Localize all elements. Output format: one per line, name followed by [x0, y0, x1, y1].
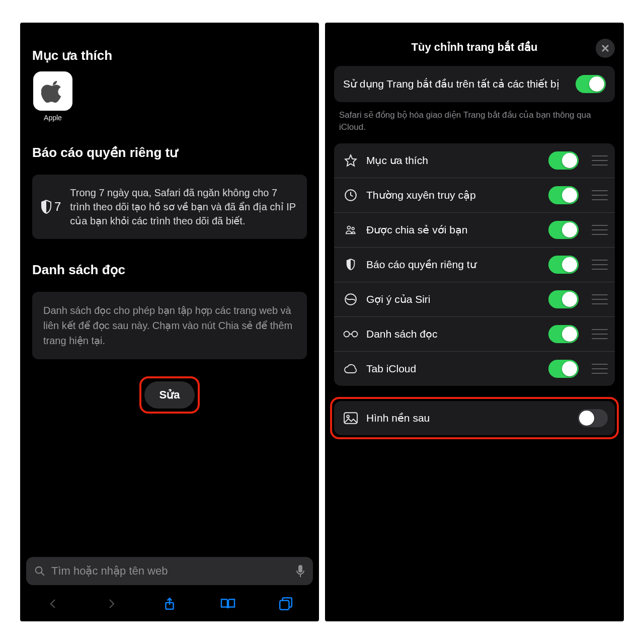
back-button[interactable]	[41, 594, 65, 614]
privacy-report-card[interactable]: 7 Trong 7 ngày qua, Safari đã ngăn không…	[32, 175, 307, 239]
row-label: Được chia sẻ với bạn	[366, 224, 540, 236]
apple-icon	[33, 71, 72, 111]
svg-point-14	[344, 331, 350, 337]
background-image-section: Hình nền sau	[334, 401, 615, 435]
edit-button-highlight: Sửa	[139, 376, 200, 414]
reorder-handle[interactable]	[592, 364, 608, 374]
row-reading-list: Danh sách đọc	[334, 316, 615, 351]
close-icon	[601, 44, 609, 52]
row-label: Báo cáo quyền riêng tư	[366, 259, 540, 271]
background-label: Hình nền sau	[366, 412, 570, 424]
siri-icon	[343, 293, 358, 306]
privacy-heading: Báo cáo quyền riêng tư	[32, 145, 307, 160]
background-toggle[interactable]	[578, 409, 608, 427]
reading-heading: Danh sách đọc	[32, 262, 307, 278]
row-label: Gợi ý của Siri	[366, 293, 540, 305]
row-favorites: Mục ưa thích	[334, 143, 615, 178]
reorder-handle[interactable]	[592, 260, 608, 270]
svg-rect-17	[344, 413, 357, 424]
row-siri-suggestions: Gợi ý của Siri	[334, 282, 615, 316]
shield-icon	[343, 258, 358, 271]
row-label: Tab iCloud	[366, 363, 540, 375]
search-placeholder: Tìm hoặc nhập tên web	[51, 565, 290, 578]
search-icon	[34, 566, 45, 577]
siri-toggle[interactable]	[548, 290, 579, 308]
svg-point-18	[347, 415, 349, 418]
forward-button[interactable]	[99, 594, 123, 614]
sheet-title: Tùy chỉnh trang bắt đầu	[335, 41, 614, 54]
svg-rect-6	[280, 601, 289, 610]
svg-rect-2	[298, 565, 302, 573]
people-icon	[343, 224, 358, 235]
favorites-heading: Mục ưa thích	[32, 48, 307, 63]
shared-toggle[interactable]	[548, 221, 579, 239]
customize-start-page-sheet: Tùy chỉnh trang bắt đầu Sử dụng Trang bắ…	[325, 23, 624, 621]
row-label: Mục ưa thích	[366, 154, 540, 167]
svg-point-12	[352, 227, 354, 229]
edit-button[interactable]: Sửa	[144, 381, 195, 409]
cloud-icon	[343, 364, 358, 374]
share-button[interactable]	[157, 594, 182, 614]
favorite-label: Apple	[44, 114, 62, 122]
favorites-toggle[interactable]	[548, 151, 579, 170]
favorite-item-apple[interactable]: Apple	[32, 71, 73, 122]
row-icloud-tabs: Tab iCloud	[334, 351, 615, 386]
row-label: Danh sách đọc	[366, 328, 540, 340]
sync-across-devices-row: Sử dụng Trang bắt đầu trên tất cả các th…	[334, 66, 615, 102]
glasses-icon	[343, 330, 358, 338]
star-icon	[343, 154, 358, 167]
sync-label: Sử dụng Trang bắt đầu trên tất cả các th…	[343, 77, 568, 91]
microphone-icon[interactable]	[296, 565, 305, 578]
row-label: Thường xuyên truy cập	[366, 189, 540, 201]
address-bar[interactable]: Tìm hoặc nhập tên web	[26, 557, 313, 585]
privacy-toggle[interactable]	[548, 256, 579, 274]
svg-point-11	[347, 226, 350, 229]
sync-toggle[interactable]	[576, 75, 606, 93]
bottom-toolbar	[20, 588, 319, 621]
row-frequently-visited: Thường xuyên truy cập	[334, 178, 615, 212]
privacy-description: Trong 7 ngày qua, Safari đã ngăn không c…	[70, 186, 296, 228]
reorder-handle[interactable]	[592, 225, 608, 235]
tracker-count: 7	[54, 200, 61, 214]
bookmarks-button[interactable]	[216, 594, 240, 614]
reorder-handle[interactable]	[592, 294, 608, 304]
safari-start-page: Mục ưa thích Apple Báo cáo quyền riêng t…	[20, 23, 319, 621]
sections-toggle-list: Mục ưa thích Thường xuyên truy cập Được …	[334, 143, 615, 386]
reorder-handle[interactable]	[592, 155, 608, 166]
svg-point-15	[352, 331, 358, 337]
tabs-button[interactable]	[274, 594, 298, 614]
row-shared-with-you: Được chia sẻ với bạn	[334, 212, 615, 247]
row-privacy-report: Báo cáo quyền riêng tư	[334, 247, 615, 282]
reading-list-card[interactable]: Danh sách đọc cho phép bạn tập hợp các t…	[32, 292, 307, 359]
shield-icon: 7	[40, 200, 61, 214]
reorder-handle[interactable]	[592, 329, 608, 339]
reading-toggle[interactable]	[548, 325, 579, 343]
sync-hint: Safari sẽ đồng bộ hóa giao diện Trang bắ…	[325, 102, 624, 143]
svg-marker-9	[345, 155, 356, 166]
reorder-handle[interactable]	[592, 190, 608, 200]
icloud-toggle[interactable]	[548, 360, 579, 378]
svg-line-1	[41, 573, 44, 575]
frequent-toggle[interactable]	[548, 186, 579, 204]
image-icon	[343, 412, 358, 424]
close-button[interactable]	[596, 39, 615, 58]
clock-icon	[343, 189, 358, 202]
